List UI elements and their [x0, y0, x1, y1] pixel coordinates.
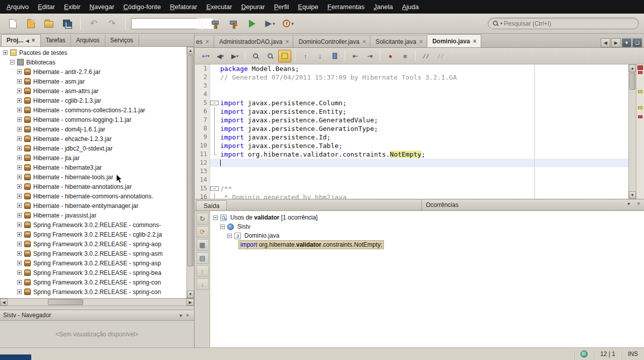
output-tab[interactable]: Saída — [196, 200, 227, 210]
scroll-left-icon[interactable]: ◀ — [0, 299, 8, 306]
tree-expander-icon[interactable]: + — [17, 290, 22, 294]
fold-marker-icon[interactable] — [210, 107, 219, 116]
last-edit-position-button[interactable]: ↩▾ — [199, 50, 212, 62]
undo-button[interactable]: ↶ — [86, 17, 101, 31]
code-line[interactable]: 5−import javax.persistence.Column; — [195, 99, 628, 107]
scrollbar-thumb[interactable] — [48, 299, 83, 305]
tree-row[interactable]: +Spring Framework 3.0.2.RELEASE - spring… — [0, 249, 186, 258]
previous-bookmark-button[interactable]: ↑ — [299, 50, 312, 62]
code-line[interactable]: 7import javax.persistence.GeneratedValue… — [195, 116, 628, 124]
scrollbar-thumb[interactable] — [187, 55, 194, 266]
line-number[interactable]: 15 — [195, 184, 210, 193]
tree-expander-icon[interactable]: + — [17, 242, 22, 246]
menu-item[interactable]: Perfil — [270, 1, 294, 13]
quick-search-input[interactable] — [504, 20, 634, 27]
save-all-button[interactable] — [59, 17, 75, 31]
code-line[interactable]: 11import org.hibernate.validator.constra… — [195, 150, 628, 159]
minimize-window-icon[interactable]: ▾ — [177, 313, 184, 318]
close-icon[interactable] — [473, 38, 477, 45]
code-line[interactable]: 9import javax.persistence.Id; — [195, 133, 628, 141]
error-stripe-mark[interactable] — [638, 106, 642, 109]
usages-match-label[interactable]: import org.hibernate.validator.constrain… — [238, 240, 384, 249]
menu-item[interactable]: Ferramentas — [323, 1, 369, 13]
line-number[interactable]: 11 — [195, 150, 210, 159]
fold-marker-icon[interactable] — [210, 150, 219, 159]
tree-row[interactable]: +Hibernate - commons-logging-1.1.jar — [0, 115, 186, 124]
line-number[interactable]: 4 — [195, 90, 210, 99]
menu-item[interactable]: Janela — [369, 1, 397, 13]
tree-expander-icon[interactable]: + — [17, 184, 22, 189]
tree-expander-icon[interactable]: − — [10, 60, 15, 64]
code-line[interactable]: 2// Generated 07/04/2011 15:37:09 by Hib… — [195, 73, 628, 82]
tree-row[interactable]: +Spring Framework 3.0.2.RELEASE - spring… — [0, 258, 186, 268]
close-icon[interactable] — [362, 38, 366, 45]
panel-tab[interactable]: Tarefas — [41, 35, 71, 46]
fold-collapse-icon[interactable]: − — [210, 101, 219, 105]
usages-row[interactable]: import org.hibernate.validator.constrain… — [210, 240, 644, 249]
tree-row[interactable]: +Spring Framework 3.0.2.RELEASE - spring… — [0, 239, 186, 249]
build-project-button[interactable] — [208, 17, 223, 31]
line-number[interactable]: 5 — [195, 99, 210, 107]
error-stripe-mark[interactable] — [638, 115, 642, 118]
rerun-search-button[interactable]: ⟳ — [197, 226, 209, 238]
tree-expander-icon[interactable]: + — [17, 69, 22, 74]
debug-project-button[interactable]: ▶ — [263, 17, 278, 31]
tree-row[interactable]: +Hibernate - hibernate3.jar — [0, 163, 186, 172]
menu-item[interactable]: Equipe — [293, 1, 323, 13]
tree-expander-icon[interactable]: + — [17, 117, 22, 122]
tree-expander-icon[interactable]: + — [17, 98, 22, 103]
menu-item[interactable]: Refatorar — [165, 1, 202, 13]
tree-expander-icon[interactable]: + — [17, 127, 22, 131]
redo-button[interactable]: ↷ — [104, 17, 119, 31]
editor-vscrollbar[interactable]: ▲ ▼ — [628, 64, 636, 199]
navigator-header[interactable]: Sistv - Navegador ▾ × — [0, 310, 194, 321]
project-config-combo[interactable]: ▼ — [131, 18, 197, 29]
close-icon[interactable] — [419, 38, 423, 45]
back-button[interactable]: ◀▾ — [214, 50, 227, 62]
toggle-highlight-search-button[interactable] — [278, 50, 291, 62]
tree-expander-icon[interactable]: + — [17, 270, 22, 275]
tree-row[interactable]: +Hibernate - hibernate-entitymanager.jar — [0, 201, 186, 210]
tree-expander-icon[interactable]: + — [17, 175, 22, 179]
scroll-up-icon[interactable]: ▲ — [629, 64, 636, 72]
code-line[interactable]: 3 — [195, 82, 628, 90]
panel-tab[interactable]: Proj... — [1, 34, 41, 46]
tree-row[interactable]: +Hibernate - hibernate-annotations.jar — [0, 182, 186, 191]
close-icon[interactable] — [206, 38, 209, 45]
tree-row[interactable]: +Hibernate - asm.jar — [0, 77, 186, 86]
tree-row[interactable]: +Spring Framework 3.0.2.RELEASE - common… — [0, 220, 186, 230]
editor-tab[interactable]: Dominio.java — [427, 34, 481, 47]
line-number[interactable]: 9 — [195, 133, 210, 141]
scroll-up-icon[interactable]: ▲ — [187, 47, 194, 54]
new-file-button[interactable] — [5, 17, 20, 31]
refresh-usages-button[interactable]: ↻ — [197, 213, 209, 225]
close-icon[interactable]: × — [635, 201, 642, 206]
comment-button[interactable]: // — [419, 50, 432, 62]
find-selection-button[interactable] — [264, 50, 277, 62]
tree-row[interactable]: +Hibernate - cglib-2.1.3.jar — [0, 96, 186, 105]
tree-row[interactable]: +Hibernate - ehcache-1.2.3.jar — [0, 134, 186, 143]
line-number[interactable]: 14 — [195, 176, 210, 184]
tree-expander-icon[interactable]: + — [17, 165, 22, 170]
line-number[interactable]: 1 — [195, 64, 210, 73]
code-line[interactable]: 12 — [195, 159, 628, 167]
menu-item[interactable]: Navegar — [85, 1, 119, 13]
code-line[interactable]: 16 * Dominio generated by hbm2java — [195, 193, 628, 199]
scrollbar-thumb[interactable] — [629, 73, 635, 90]
tree-row[interactable]: +Spring Framework 3.0.2.RELEASE - spring… — [0, 268, 186, 277]
usages-row[interactable]: −Sistv — [210, 222, 644, 231]
scroll-down-icon[interactable]: ▼ — [187, 291, 194, 298]
tree-expander-icon[interactable]: + — [17, 223, 22, 227]
uncomment-button[interactable]: // — [434, 50, 447, 62]
previous-match-button[interactable]: ↑ — [197, 265, 209, 277]
tree-expander-icon[interactable]: − — [227, 234, 232, 238]
next-match-button[interactable]: ↓ — [197, 278, 209, 290]
new-project-button[interactable] — [23, 17, 38, 31]
next-bookmark-button[interactable]: ↓ — [313, 50, 327, 62]
code-line[interactable]: 14 — [195, 176, 628, 184]
error-stripe[interactable] — [636, 64, 644, 199]
code-line[interactable]: 8import javax.persistence.GenerationType… — [195, 124, 628, 133]
start-macro-recording-button[interactable]: ● — [384, 50, 397, 62]
code-line[interactable]: 10import javax.persistence.Table; — [195, 141, 628, 150]
tree-expander-icon[interactable]: + — [17, 136, 22, 141]
